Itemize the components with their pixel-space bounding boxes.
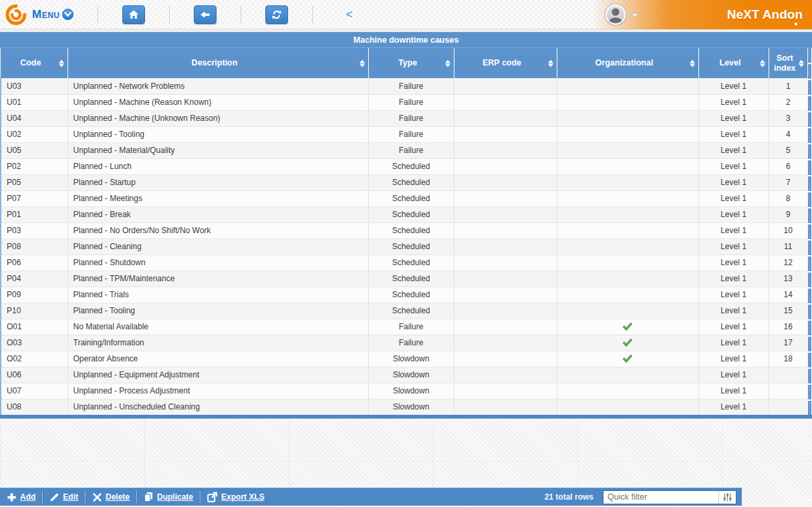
cell-organizational [557, 78, 698, 94]
column-label: Type [398, 58, 417, 67]
table-row[interactable]: P04 Planned - TPM/Maintenance Scheduled … [1, 271, 807, 287]
table-row[interactable]: P02 Planned - Lunch Scheduled Level 1 6 [1, 158, 807, 174]
column-header-erp-code[interactable]: ERP code [454, 48, 557, 78]
cell-code: U06 [1, 367, 67, 383]
table-row[interactable]: U05 Unplanned - Material/Quality Failure… [1, 142, 807, 158]
table-row[interactable]: U07 Unplanned - Process Adjustment Slowd… [1, 383, 807, 399]
cell-level: Level 1 [698, 399, 769, 415]
quick-filter-input[interactable] [603, 492, 718, 502]
delete-button[interactable]: Delete [90, 492, 132, 502]
collapse-panel-arrow[interactable]: < [346, 8, 353, 21]
delete-icon [92, 492, 102, 502]
cell-sort-index: 7 [769, 174, 807, 190]
table-bottom-border [0, 415, 812, 419]
toolbar-divider [98, 6, 98, 23]
back-button[interactable] [194, 5, 217, 24]
sort-icon [548, 59, 553, 67]
user-menu[interactable] [603, 3, 639, 27]
cell-sort-index: 18 [769, 351, 807, 367]
sort-icon [360, 59, 365, 67]
cell-type: Scheduled [368, 303, 454, 319]
cell-organizational [557, 158, 698, 174]
table-row[interactable]: P05 Planned - Startup Scheduled Level 1 … [1, 174, 807, 190]
table-row[interactable]: P10 Planned - Tooling Scheduled Level 1 … [1, 303, 807, 319]
table-row[interactable]: P01 Planned - Break Scheduled Level 1 9 [1, 206, 807, 222]
cell-type: Failure [368, 319, 454, 335]
column-header-organizational[interactable]: Organizational [557, 48, 698, 78]
filter-options-button[interactable] [718, 491, 736, 504]
table-row[interactable]: P09 Planned - Trials Scheduled Level 1 1… [1, 287, 807, 303]
table-row[interactable]: U08 Unplanned - Unscheduled Cleaning Slo… [1, 399, 807, 415]
table-row[interactable]: U02 Unplanned - Tooling Failure Level 1 … [1, 126, 807, 142]
table-row[interactable]: O01 No Material Available Failure Level … [1, 319, 807, 335]
cell-erp-code [454, 158, 557, 174]
cell-sort-index: 9 [769, 206, 807, 222]
cell-description: Planned - Startup [67, 174, 368, 190]
toolbar-divider [85, 491, 86, 503]
edit-button[interactable]: Edit [47, 492, 81, 502]
cell-description: Unplanned - Machine (Unknown Reason) [67, 110, 368, 126]
cell-code: P07 [1, 190, 67, 206]
cell-description: Planned - Lunch [67, 158, 368, 174]
cell-description: Planned - Trials [67, 287, 368, 303]
table-row[interactable]: P07 Planned - Meetings Scheduled Level 1… [1, 190, 807, 206]
cell-level: Level 1 [698, 271, 769, 287]
cell-organizational [557, 271, 698, 287]
column-header-sort-index[interactable]: Sort index [769, 48, 807, 78]
cell-type: Failure [368, 78, 454, 94]
export-icon [207, 492, 218, 502]
cell-type: Slowdown [368, 351, 454, 367]
table-row[interactable]: U03 Unplanned - Network Problems Failure… [1, 78, 807, 94]
app-logo-icon[interactable] [5, 4, 27, 25]
cell-description: Planned - No Orders/No Shift/No Work [67, 222, 368, 238]
menu-label: Menu [32, 8, 60, 21]
cell-level: Level 1 [698, 142, 769, 158]
cell-organizational [557, 238, 698, 255]
toolbar-divider [136, 491, 137, 503]
table-row[interactable]: O02 Operator Absence Slowdown Level 1 18 [1, 351, 807, 367]
cell-level: Level 1 [698, 383, 769, 399]
cell-description: Planned - Cleaning [67, 238, 368, 255]
toolbar-divider [200, 491, 200, 503]
cell-code: P06 [1, 255, 67, 271]
cell-description: Operator Absence [67, 351, 368, 367]
cell-description: No Material Available [67, 319, 368, 335]
cell-erp-code [454, 94, 557, 110]
add-button[interactable]: Add [4, 492, 38, 502]
column-header-type[interactable]: Type [368, 48, 454, 78]
menu-button[interactable]: Menu [32, 8, 74, 21]
table-row[interactable]: P08 Planned - Cleaning Scheduled Level 1… [1, 238, 807, 255]
table-row[interactable]: U06 Unplanned - Equipment Adjustment Slo… [1, 367, 807, 383]
table-row[interactable]: O03 Training/Information Failure Level 1… [1, 335, 807, 351]
duplicate-button[interactable]: Duplicate [141, 492, 196, 502]
cell-sort-index: 15 [769, 303, 807, 319]
table-row[interactable]: P03 Planned - No Orders/No Shift/No Work… [1, 222, 807, 238]
home-button[interactable] [122, 5, 145, 24]
total-rows-label: 21 total rows [545, 492, 593, 502]
cell-level: Level 1 [698, 190, 769, 206]
cell-code: U07 [1, 383, 67, 399]
cell-level: Level 1 [698, 255, 769, 271]
column-header-level[interactable]: Level [698, 48, 769, 78]
cell-description: Unplanned - Unscheduled Cleaning [67, 399, 368, 415]
chevron-down-icon [62, 9, 74, 20]
cell-sort-index: 2 [769, 94, 807, 110]
column-header-code[interactable]: Code [1, 48, 67, 78]
cell-code: P05 [1, 174, 67, 190]
cell-code: U04 [1, 110, 67, 126]
table-header-row: Code Description Type ERP code [1, 48, 807, 78]
cell-sort-index: 13 [769, 271, 807, 287]
app-page: Menu < [0, 0, 812, 507]
cell-code: U05 [1, 142, 67, 158]
table-row[interactable]: P06 Planned - Shutdown Scheduled Level 1… [1, 255, 807, 271]
table-row[interactable]: U01 Unplanned - Machine (Reason Known) F… [1, 94, 807, 110]
cell-erp-code [454, 206, 557, 222]
cell-level: Level 1 [698, 158, 769, 174]
vertical-scrollbar[interactable] [808, 48, 811, 415]
cell-level: Level 1 [698, 94, 769, 110]
column-header-description[interactable]: Description [67, 48, 368, 78]
refresh-button[interactable] [265, 5, 288, 24]
table-row[interactable]: U04 Unplanned - Machine (Unknown Reason)… [1, 110, 807, 126]
export-xls-button[interactable]: Export XLS [205, 492, 267, 502]
cell-level: Level 1 [698, 206, 769, 222]
